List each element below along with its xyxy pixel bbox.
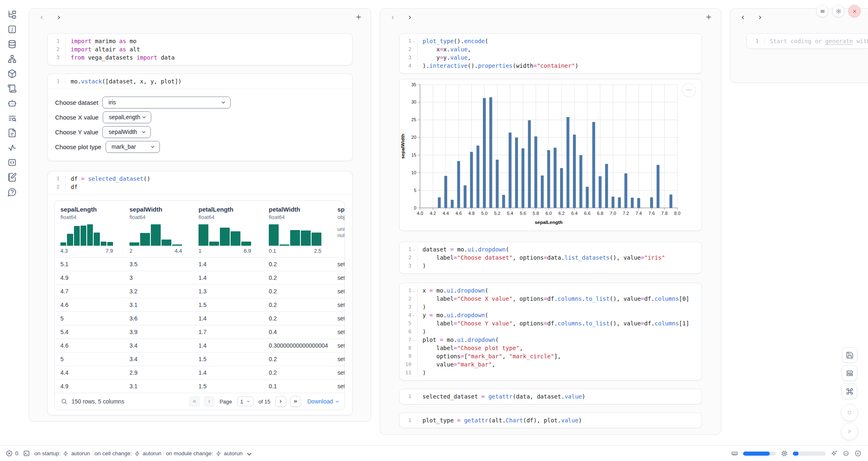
code-text[interactable]: value="mark_bar", xyxy=(418,360,495,369)
ai-sparkles-icon[interactable] xyxy=(831,450,838,457)
code-editor[interactable]: 1selected_dataset = getattr(data, datase… xyxy=(399,389,702,404)
code-text[interactable]: label="Choose Y value", options=df.colum… xyxy=(418,319,689,327)
generate-with-ai-link[interactable]: generate xyxy=(825,38,853,44)
scratchpad-icon[interactable] xyxy=(7,158,17,167)
run-button[interactable] xyxy=(841,423,858,440)
code-placeholder-input[interactable]: Start coding or generate with AI xyxy=(765,37,868,45)
code-text[interactable]: df xyxy=(66,183,78,191)
code-editor[interactable]: 1⌄dataset = mo.ui.dropdown(2 label="Choo… xyxy=(399,242,702,273)
layout-button[interactable] xyxy=(842,365,857,381)
column-name[interactable]: sepalWidth xyxy=(129,206,199,213)
functions-icon[interactable]: f xyxy=(7,25,17,34)
column-name[interactable]: species xyxy=(337,206,345,213)
code-text[interactable]: ) xyxy=(418,303,426,311)
dropdown-select[interactable]: sepalLength xyxy=(103,111,151,123)
fold-toggle-icon[interactable]: ⌄ xyxy=(411,311,416,319)
save-button[interactable] xyxy=(842,347,857,363)
runtime-config-item[interactable]: on cell change:autorun xyxy=(95,450,162,456)
connection-status-icon[interactable] xyxy=(854,450,861,457)
prev-page-button[interactable] xyxy=(204,396,215,407)
code-text[interactable]: x = mo.ui.dropdown( xyxy=(418,286,488,295)
code-text[interactable]: plot = mo.ui.dropdown( xyxy=(418,336,499,344)
code-editor[interactable]: 1plot_type = getattr(alt.Chart(df), plot… xyxy=(399,413,702,428)
chart-menu-button[interactable] xyxy=(682,83,696,97)
snippets-icon[interactable] xyxy=(7,128,17,138)
code-text[interactable]: x=x.value, xyxy=(418,45,471,53)
code-text[interactable]: label="Choose plot type", xyxy=(418,344,523,352)
code-text[interactable]: ) xyxy=(418,369,426,377)
logs-icon[interactable] xyxy=(7,84,17,93)
column-next-button[interactable] xyxy=(406,14,413,21)
file-tree-icon[interactable] xyxy=(7,10,17,19)
download-button[interactable]: Download xyxy=(307,398,339,405)
code-text[interactable]: mo.vstack([dataset, x, y, plot]) xyxy=(66,77,182,85)
dropdown-select[interactable]: iris xyxy=(102,97,231,108)
code-text[interactable]: df = selected_dataset() xyxy=(66,175,150,183)
documentation-icon[interactable] xyxy=(7,173,17,182)
code-text[interactable]: plot_type = getattr(alt.Chart(df), plot.… xyxy=(418,416,582,424)
code-editor[interactable]: 1⌄plot_type().encode(2 x=x.value,3 y=y.v… xyxy=(399,34,702,73)
runtime-config-item[interactable]: on startup:autorun xyxy=(35,450,90,456)
add-cell-button[interactable] xyxy=(355,14,362,21)
column-prev-button[interactable] xyxy=(739,14,746,21)
code-text[interactable]: ).interactive().properties(width="contai… xyxy=(418,62,578,70)
first-page-button[interactable] xyxy=(189,396,200,407)
shutdown-button[interactable] xyxy=(848,5,861,17)
dropdown-select[interactable]: sepalWidth xyxy=(102,126,151,138)
search-icon[interactable] xyxy=(61,398,67,405)
outline-search-icon[interactable] xyxy=(7,113,17,123)
code-editor[interactable]: 1import marimo as mo2import altair as al… xyxy=(48,34,352,65)
fold-toggle-icon[interactable]: ⌄ xyxy=(411,286,416,295)
tracing-icon[interactable] xyxy=(7,143,17,152)
code-text[interactable]: y=y.value, xyxy=(418,53,471,62)
code-text[interactable]: selected_dataset = getattr(data, dataset… xyxy=(418,392,585,401)
code-text[interactable]: label="Choose dataset", options=data.lis… xyxy=(418,254,665,262)
column-next-button[interactable] xyxy=(757,14,763,21)
code-text[interactable]: import altair as alt xyxy=(66,45,140,53)
keyboard-shortcuts-button[interactable] xyxy=(842,383,857,399)
runtime-config-item[interactable]: on module change:autorun xyxy=(166,450,252,456)
column-name[interactable]: petalLength xyxy=(199,206,269,213)
code-text[interactable]: ) xyxy=(418,327,426,336)
datasources-icon[interactable] xyxy=(7,39,17,49)
help-icon[interactable] xyxy=(7,187,17,197)
cell-plot-type: 1plot_type = getattr(alt.Chart(df), plot… xyxy=(399,413,702,428)
line-number: 10 xyxy=(399,360,418,369)
next-page-button[interactable] xyxy=(275,396,286,407)
add-cell-button[interactable] xyxy=(705,14,713,21)
fold-toggle-icon[interactable]: ⌄ xyxy=(411,37,416,45)
last-page-button[interactable] xyxy=(290,396,301,407)
fold-toggle-icon[interactable]: ⌄ xyxy=(411,336,416,344)
code-editor[interactable]: 1mo.vstack([dataset, x, y, plot]) xyxy=(48,74,352,89)
settings-button[interactable] xyxy=(832,5,845,17)
code-editor[interactable]: 1df = selected_dataset()2df xyxy=(48,171,352,194)
chat-assistant-icon[interactable] xyxy=(7,99,17,108)
packages-icon[interactable] xyxy=(7,69,17,78)
errors-indicator[interactable]: 0 xyxy=(6,450,18,457)
code-text[interactable]: ) xyxy=(418,262,426,270)
code-text[interactable]: plot_type().encode( xyxy=(418,37,488,45)
column-next-button[interactable] xyxy=(55,14,62,21)
menu-button[interactable] xyxy=(816,5,829,17)
code-editor[interactable]: 1⌄x = mo.ui.dropdown(2 label="Choose X v… xyxy=(399,283,702,380)
svg-text:6.6: 6.6 xyxy=(584,211,590,216)
dropdown-select[interactable]: mark_bar xyxy=(106,141,160,153)
code-text[interactable]: options=["mark_bar", "mark_circle"], xyxy=(418,352,561,360)
code-text[interactable]: y = mo.ui.dropdown( xyxy=(418,311,488,319)
column-name[interactable]: sepalLength xyxy=(60,206,129,213)
column-name[interactable]: petalWidth xyxy=(269,206,337,213)
terminal-button[interactable] xyxy=(23,450,30,457)
dependency-graph-icon[interactable] xyxy=(7,54,17,64)
column-prev-button[interactable] xyxy=(38,14,45,21)
table-cell: 4.4 xyxy=(60,369,129,376)
code-text[interactable]: label="Choose X value", options=df.colum… xyxy=(418,295,689,303)
code-text[interactable]: from vega_datasets import data xyxy=(66,53,175,62)
code-text[interactable]: dataset = mo.ui.dropdown( xyxy=(418,245,509,254)
code-text[interactable]: import marimo as mo xyxy=(66,37,136,45)
copilot-icon[interactable] xyxy=(843,450,850,457)
fold-toggle-icon[interactable]: ⌄ xyxy=(411,245,416,254)
table-cell: 4.6 xyxy=(60,302,129,308)
column-prev-button[interactable] xyxy=(389,14,396,21)
page-select[interactable]: 1 xyxy=(237,396,254,406)
stop-button[interactable] xyxy=(841,404,858,421)
